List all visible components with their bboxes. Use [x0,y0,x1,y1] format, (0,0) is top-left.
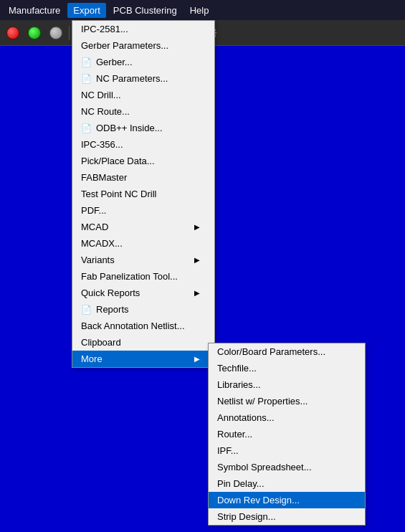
menu-item-nc-drill[interactable]: NC Drill... [72,87,214,103]
menu-item-fab-pan-label: Fab Panelization Tool... [81,271,178,282]
gerber-with-icon: 📄 Gerber... [81,57,133,67]
menu-pcb-clustering[interactable]: PCB Clustering [108,3,183,18]
menu-item-nc-params-label: NC Parameters... [96,73,168,84]
menu-item-back-annotation-label: Back Annotation Netlist... [81,320,185,331]
menu-item-gerber-params-label: Gerber Parameters... [81,40,168,51]
toolbar-red-circle[interactable] [3,23,23,43]
submenu-netlist[interactable]: Netlist w/ Properties... [209,393,365,409]
menu-item-mcadx-label: MCADX... [81,238,123,249]
menu-item-ipc356[interactable]: IPC-356... [72,136,214,153]
submenu-down-rev-design[interactable]: Down Rev Design... [209,492,365,508]
mcad-arrow-icon: ▶ [194,223,200,231]
toolbar-separator-1 [69,26,70,40]
reports-with-icon: 📄 Reports [81,304,129,315]
menu-item-quick-reports-label: Quick Reports [81,288,140,298]
odb-with-icon: 📄 ODB++ Inside... [81,123,163,133]
green-circle-icon [28,27,41,39]
submenu-strip-design[interactable]: Strip Design... [209,508,365,525]
menu-item-variants[interactable]: Variants ▶ [72,252,214,268]
more-submenu: Color/Board Parameters... Techfile... Li… [208,343,366,526]
menu-item-clipboard[interactable]: Clipboard [72,334,214,351]
menu-item-fabmaster-label: FABMaster [81,172,127,183]
submenu-ipf[interactable]: IPF... [209,442,365,459]
menu-item-reports[interactable]: 📄 Reports [72,301,214,318]
more-arrow-icon: ▶ [194,355,200,363]
menu-item-fab-pan[interactable]: Fab Panelization Tool... [72,268,214,285]
menu-item-pdf[interactable]: PDF... [72,202,214,219]
more-submenu-container: Color/Board Parameters... Techfile... Li… [208,343,366,526]
menu-item-pick-place-label: Pick/Place Data... [81,156,155,166]
menu-item-more[interactable]: More ▶ [72,351,214,367]
export-dropdown: IPC-2581... Gerber Parameters... 📄 Gerbe… [72,20,215,368]
menu-item-test-point-label: Test Point NC Drill [81,189,156,199]
nc-params-with-icon: 📄 NC Parameters... [81,73,168,84]
menu-item-clipboard-label: Clipboard [81,337,121,348]
toolbar-gray-circle[interactable] [46,23,66,43]
menu-item-nc-route[interactable]: NC Route... [72,103,214,120]
menu-item-test-point[interactable]: Test Point NC Drill [72,186,214,202]
menu-item-ipc2581[interactable]: IPC-2581... [72,21,214,37]
submenu-pin-delay[interactable]: Pin Delay... [209,475,365,492]
menu-item-ipc356-label: IPC-356... [81,139,123,150]
submenu-annotations[interactable]: Annotations... [209,409,365,426]
submenu-libraries[interactable]: Libraries... [209,376,365,393]
quick-reports-arrow-icon: ▶ [194,289,200,297]
menu-item-nc-route-label: NC Route... [81,106,130,117]
menu-item-pdf-label: PDF... [81,205,106,216]
submenu-router[interactable]: Router... [209,426,365,442]
gray-circle-icon [49,27,62,39]
menu-item-mcadx[interactable]: MCADX... [72,235,214,252]
menu-item-gerber-label: Gerber... [96,57,133,67]
menu-item-more-label: More [81,353,103,364]
odb-icon: 📄 [81,123,92,133]
gerber-icon: 📄 [81,57,92,67]
red-circle-icon [6,27,19,39]
menu-bar: Manufacture Export PCB Clustering Help [0,0,405,20]
toolbar-green-circle[interactable] [24,23,44,43]
menu-manufacture[interactable]: Manufacture [3,3,66,18]
menu-item-reports-label: Reports [96,304,129,315]
menu-item-pick-place[interactable]: Pick/Place Data... [72,153,214,169]
submenu-techfile[interactable]: Techfile... [209,360,365,376]
variants-arrow-icon: ▶ [194,256,200,264]
submenu-symbol-spreadsheet[interactable]: Symbol Spreadsheet... [209,459,365,475]
menu-item-nc-params[interactable]: 📄 NC Parameters... [72,70,214,87]
menu-export[interactable]: Export [67,3,106,18]
menu-item-mcad[interactable]: MCAD ▶ [72,219,214,235]
menu-item-back-annotation[interactable]: Back Annotation Netlist... [72,318,214,334]
menu-item-odb[interactable]: 📄 ODB++ Inside... [72,120,214,136]
menu-item-gerber-params[interactable]: Gerber Parameters... [72,37,214,54]
submenu-color-board[interactable]: Color/Board Parameters... [209,343,365,360]
menu-item-nc-drill-label: NC Drill... [81,90,121,100]
reports-icon: 📄 [81,305,92,315]
menu-item-odb-label: ODB++ Inside... [96,123,163,133]
menu-item-mcad-label: MCAD [81,222,108,232]
menu-item-fabmaster[interactable]: FABMaster [72,169,214,186]
menu-item-variants-label: Variants [81,255,115,265]
menu-item-gerber[interactable]: 📄 Gerber... [72,54,214,70]
export-menu: IPC-2581... Gerber Parameters... 📄 Gerbe… [72,20,215,368]
menu-item-ipc2581-label: IPC-2581... [81,24,128,34]
menu-item-quick-reports[interactable]: Quick Reports ▶ [72,285,214,301]
nc-params-icon: 📄 [81,74,92,84]
menu-help[interactable]: Help [184,3,215,18]
